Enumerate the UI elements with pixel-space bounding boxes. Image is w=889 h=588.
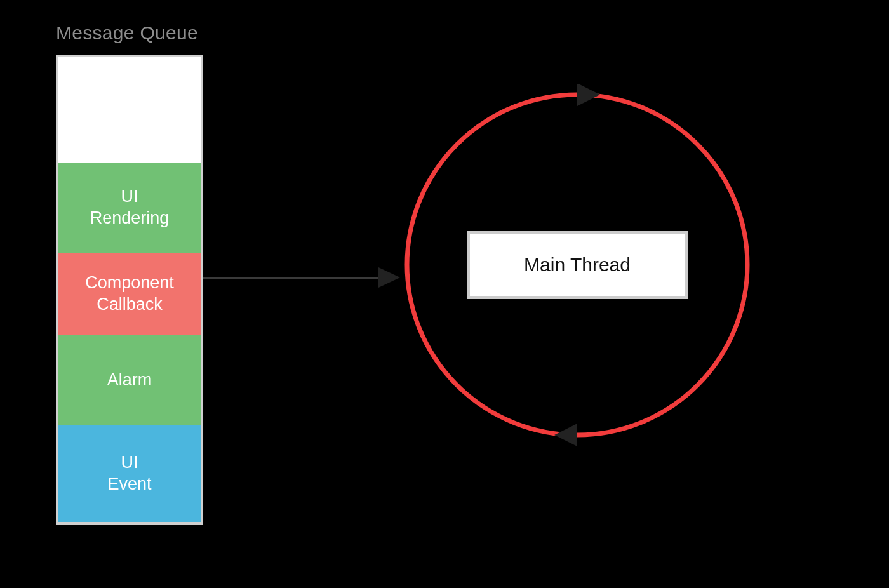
queue-item-ui-event: UIEvent: [58, 425, 201, 522]
event-loop: Main Thread: [396, 84, 758, 446]
queue-item-alarm: Alarm: [58, 335, 201, 425]
queue-item-label: Alarm: [107, 370, 152, 391]
queue-item-label: UIEvent: [107, 452, 151, 495]
main-thread-box: Main Thread: [467, 231, 688, 299]
queue-item-ui-rendering: UIRendering: [58, 163, 201, 253]
message-queue: UIRendering ComponentCallback Alarm UIEv…: [56, 55, 203, 525]
dispatch-arrow: [203, 277, 381, 279]
queue-item-component-callback: ComponentCallback: [58, 253, 201, 335]
queue-item-label: UIRendering: [90, 186, 170, 229]
queue-item-label: ComponentCallback: [85, 272, 174, 316]
svg-marker-1: [577, 84, 600, 106]
main-thread-label: Main Thread: [524, 254, 631, 276]
svg-marker-2: [554, 424, 577, 446]
queue-title: Message Queue: [56, 22, 198, 44]
